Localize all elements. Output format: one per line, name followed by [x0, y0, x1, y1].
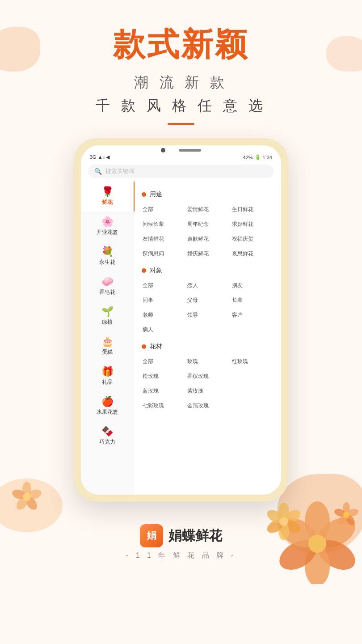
phone-camera — [161, 148, 165, 153]
tag-shengri[interactable]: 生日鲜花 — [231, 204, 274, 215]
sidebar-label-1: 开业花篮 — [97, 229, 118, 236]
brand-char: 娟 — [147, 529, 156, 542]
search-icon: 🔍 — [94, 168, 102, 175]
tag-lanmeigui[interactable]: 蓝玫瑰 — [142, 386, 185, 397]
brand-name: 娟蝶鲜花 — [168, 527, 222, 545]
section-dot-usage — [142, 192, 146, 197]
sidebar-label-3: 香皂花 — [99, 288, 115, 296]
tag-zhounian[interactable]: 周年纪念 — [186, 219, 229, 230]
section-dot-flower — [142, 344, 146, 349]
tag-kehu[interactable]: 客户 — [231, 309, 274, 321]
sidebar-label-2: 永生花 — [99, 258, 115, 266]
sidebar-icon-7: 🍎 — [101, 397, 114, 407]
section-dot-target — [142, 268, 146, 273]
sidebar-icon-3: 🧼 — [101, 277, 114, 287]
signal-text: 3G ▲ᵢₗ ◀ — [90, 154, 109, 160]
section-header-flower: 花材 — [142, 343, 274, 351]
tag-tongshi[interactable]: 同事 — [142, 295, 185, 306]
tag-qicai[interactable]: 七彩玫瑰 — [142, 400, 185, 411]
sidebar-label-6: 礼品 — [102, 378, 113, 386]
tag-laoshi[interactable]: 老师 — [142, 309, 185, 321]
hero-section: 款式新颖 潮 流 新 款 千 款 风 格 任 意 选 — [0, 0, 362, 125]
section-title-usage: 用途 — [150, 191, 162, 199]
app-content: 🌹 鲜花 🌸 开业花篮 💐 永生花 🧼 香皂花 — [81, 182, 281, 495]
status-bar: 3G ▲ᵢₗ ◀ 42% 🔋 1:34 — [81, 153, 281, 162]
footer-brand: 娟 娟蝶鲜花 — [0, 524, 362, 547]
tag-quanbu-flower[interactable]: 全部 — [142, 356, 185, 367]
sidebar-icon-5: 🎂 — [101, 337, 114, 347]
tag-grid-target: 全部 恋人 朋友 同事 父母 长辈 老师 领导 客户 病人 — [142, 280, 274, 335]
tag-wenhoulangbei[interactable]: 问候长辈 — [142, 219, 185, 230]
tag-aiqing[interactable]: 爱情鲜花 — [186, 204, 229, 215]
hero-divider — [168, 123, 194, 125]
sidebar-item-2[interactable]: 💐 永生花 — [81, 242, 135, 271]
section-title-target: 对象 — [150, 267, 162, 275]
tag-tanbing[interactable]: 探病慰问 — [142, 248, 185, 259]
tag-zhufu[interactable]: 祝福庆贺 — [231, 233, 274, 245]
tag-xiangbin[interactable]: 香槟玫瑰 — [186, 371, 229, 382]
brand-icon: 娟 — [140, 524, 163, 547]
tag-daoqian[interactable]: 道歉鲜花 — [186, 233, 229, 245]
tag-jinjin[interactable]: 金箔玫瑰 — [186, 400, 229, 411]
tag-zimeigui[interactable]: 紫玫瑰 — [186, 386, 229, 397]
tag-quanbu-target[interactable]: 全部 — [142, 280, 185, 291]
hero-title: 款式新颖 — [0, 27, 362, 62]
tag-empty2 — [231, 386, 274, 397]
sidebar-label-4: 绿植 — [102, 318, 113, 326]
battery-icon: 🔋 — [255, 154, 261, 160]
sidebar-icon-8: 🍫 — [101, 427, 114, 436]
tag-empty1 — [231, 371, 274, 382]
phone-mockup: 3G ▲ᵢₗ ◀ 42% 🔋 1:34 🔍 搜索关键词 — [0, 138, 362, 502]
sidebar-item-1[interactable]: 🌸 开业花篮 — [81, 212, 135, 242]
content-panel: 用途 全部 爱情鲜花 生日鲜花 问候长辈 周年纪念 求婚鲜花 友情鲜花 道歉鲜花… — [135, 182, 281, 495]
tag-hunqing[interactable]: 婚庆鲜花 — [186, 248, 229, 259]
tag-fenmeigui[interactable]: 粉玫瑰 — [142, 371, 185, 382]
sidebar-icon-1: 🌸 — [101, 217, 114, 227]
hero-subtitle-2: 千 款 风 格 任 意 选 — [0, 96, 362, 116]
battery-text: 42% — [243, 155, 253, 160]
section-header-target: 对象 — [142, 267, 274, 275]
phone-speaker — [179, 149, 201, 152]
phone-camera-area — [81, 145, 281, 153]
footer-slogan: - 1 1 年 鲜 花 品 牌 - — [0, 551, 362, 560]
status-left: 3G ▲ᵢₗ ◀ — [90, 154, 109, 160]
sidebar-item-7[interactable]: 🍎 水果花篮 — [81, 391, 135, 421]
tag-meigui[interactable]: 玫瑰 — [186, 356, 229, 367]
sidebar-label-7: 水果花篮 — [97, 408, 118, 416]
tag-bingren[interactable]: 病人 — [142, 324, 185, 335]
search-placeholder: 搜索关键词 — [105, 167, 135, 175]
tag-zhangbei[interactable]: 长辈 — [231, 295, 274, 306]
tag-qiuhun[interactable]: 求婚鲜花 — [231, 219, 274, 230]
tag-youqing[interactable]: 友情鲜花 — [142, 233, 185, 245]
sidebar-item-6[interactable]: 🎁 礼品 — [81, 361, 135, 391]
tag-fumu[interactable]: 父母 — [186, 295, 229, 306]
sidebar-label-8: 巧克力 — [99, 438, 115, 446]
sidebar-item-5[interactable]: 🎂 蛋糕 — [81, 331, 135, 361]
section-title-flower: 花材 — [150, 343, 162, 351]
phone-frame: 3G ▲ᵢₗ ◀ 42% 🔋 1:34 🔍 搜索关键词 — [74, 138, 288, 502]
sidebar-label-5: 蛋糕 — [102, 348, 113, 356]
sidebar-item-0[interactable]: 🌹 鲜花 — [81, 182, 135, 212]
sidebar-item-4[interactable]: 🌱 绿植 — [81, 301, 135, 331]
tag-pengyou[interactable]: 朋友 — [231, 280, 274, 291]
tag-grid-flower: 全部 玫瑰 红玫瑰 粉玫瑰 香槟玫瑰 蓝玫瑰 紫玫瑰 七彩玫瑰 金箔玫瑰 — [142, 356, 274, 411]
tag-aisi[interactable]: 哀思鲜花 — [231, 248, 274, 259]
sidebar-item-8[interactable]: 🍫 巧克力 — [81, 421, 135, 451]
phone-inner: 3G ▲ᵢₗ ◀ 42% 🔋 1:34 🔍 搜索关键词 — [81, 145, 281, 495]
sidebar-item-3[interactable]: 🧼 香皂花 — [81, 271, 135, 301]
sidebar-icon-2: 💐 — [101, 247, 114, 257]
search-bar[interactable]: 🔍 搜索关键词 — [88, 165, 274, 178]
sidebar-icon-6: 🎁 — [101, 367, 114, 377]
sidebar: 🌹 鲜花 🌸 开业花篮 💐 永生花 🧼 香皂花 — [81, 182, 135, 495]
sidebar-icon-0: 🌹 — [101, 187, 114, 197]
tag-lianren[interactable]: 恋人 — [186, 280, 229, 291]
tag-hongmeigui[interactable]: 红玫瑰 — [231, 356, 274, 367]
tag-quanbu-usage[interactable]: 全部 — [142, 204, 185, 215]
time-text: 1:34 — [263, 155, 272, 160]
app-footer: 娟 娟蝶鲜花 - 1 1 年 鲜 花 品 牌 - — [0, 515, 362, 574]
sidebar-label-0: 鲜花 — [102, 199, 113, 206]
section-header-usage: 用途 — [142, 191, 274, 199]
tag-lingdao[interactable]: 领导 — [186, 309, 229, 321]
status-right: 42% 🔋 1:34 — [243, 154, 272, 160]
search-bar-container: 🔍 搜索关键词 — [81, 162, 281, 182]
